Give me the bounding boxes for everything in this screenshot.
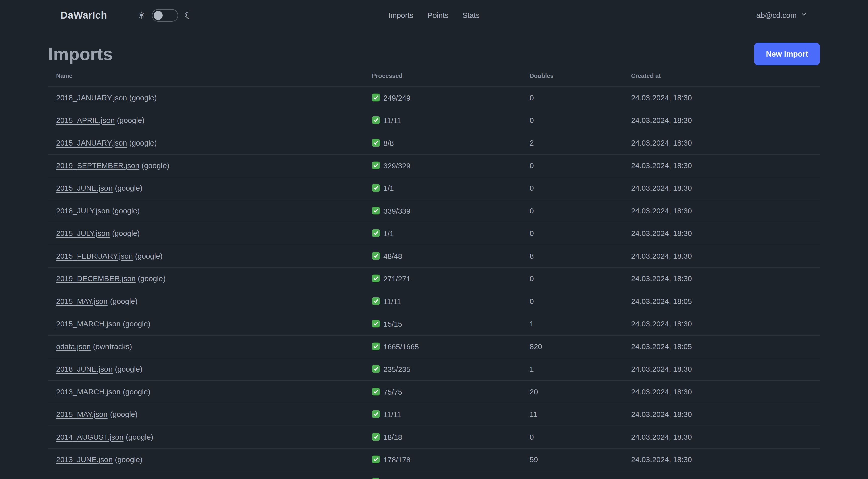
import-file-link[interactable]: 2018_JULY.json: [56, 207, 110, 215]
table-row: 2018_JANUARY.json(google) 249/249 0 24.0…: [48, 86, 820, 109]
created-at-cell: 24.03.2024, 18:30: [623, 426, 820, 448]
import-file-link[interactable]: 2015_APRIL.json: [56, 116, 115, 124]
table-row: 2018_JUNE.json(google) 235/235 1 24.03.2…: [48, 358, 820, 381]
created-at-cell: 24.03.2024, 18:30: [623, 312, 820, 335]
table-row: 2015_MAY.json(google) 11/11 0 24.03.2024…: [48, 290, 820, 312]
theme-switch-knob: [154, 11, 163, 20]
nav-link-points[interactable]: Points: [428, 11, 448, 20]
check-icon: [372, 342, 380, 350]
processed-count: 8/8: [383, 139, 394, 147]
import-file-link[interactable]: 2015_JULY.json: [56, 229, 110, 238]
import-file-link[interactable]: 2015_MAY.json: [56, 410, 108, 418]
processed-count: 249/249: [383, 94, 410, 102]
import-file-link[interactable]: 2015_JUNE.json: [56, 184, 113, 192]
processed-cell: 11/11: [364, 290, 522, 312]
main-nav: Imports Points Stats: [388, 11, 480, 20]
import-file-link[interactable]: 2014_AUGUST.json: [56, 433, 123, 441]
import-source: (google): [115, 184, 143, 192]
check-icon: [372, 365, 380, 373]
nav-link-imports[interactable]: Imports: [388, 11, 413, 20]
table-row: 2015_MARCH.json(google) 15/15 1 24.03.20…: [48, 312, 820, 335]
doubles-cell: 20: [522, 381, 623, 403]
doubles-cell: 2: [522, 132, 623, 154]
import-source: (google): [123, 388, 150, 396]
import-file-link[interactable]: 2015_MARCH.json: [56, 320, 121, 328]
doubles-cell: 0: [522, 109, 623, 132]
import-source: (owntracks): [93, 342, 132, 351]
import-file-link[interactable]: 2015_JANUARY.json: [56, 139, 127, 147]
import-source: (google): [112, 207, 140, 215]
doubles-cell: 0: [522, 290, 623, 312]
processed-count: 75/75: [383, 388, 402, 396]
check-icon: [372, 410, 380, 418]
column-header-processed: Processed: [364, 65, 522, 86]
page-title: Imports: [48, 45, 113, 63]
processed-count: 178/178: [383, 456, 410, 464]
check-icon: [372, 478, 380, 479]
processed-cell: 11/11: [364, 403, 522, 426]
processed-count: 11/11: [383, 410, 401, 419]
import-source: (google): [117, 116, 145, 124]
import-file-link[interactable]: 2013_JUNE.json: [56, 455, 113, 464]
processed-count: 235/235: [383, 365, 410, 373]
column-header-created-at: Created at: [623, 65, 820, 86]
table-row: 2014_AUGUST.json(google) 18/18 0 24.03.2…: [48, 426, 820, 448]
check-icon: [372, 274, 380, 282]
created-at-cell: 24.03.2024, 18:30: [623, 267, 820, 290]
doubles-cell: 8: [522, 245, 623, 267]
doubles-cell: 0: [522, 200, 623, 222]
doubles-cell: 820: [522, 335, 623, 358]
import-file-link[interactable]: 2019_DECEMBER.json: [56, 274, 135, 283]
doubles-cell: 0: [522, 154, 623, 177]
import-file-link[interactable]: 2015_MAY.json: [56, 297, 108, 305]
created-at-cell: 24.03.2024, 18:30: [623, 200, 820, 222]
check-icon: [372, 229, 380, 237]
imports-table-head: Name Processed Doubles Created at: [48, 65, 820, 86]
check-icon: [372, 252, 380, 260]
processed-cell: 75/75: [364, 381, 522, 403]
user-menu[interactable]: ab@cd.com: [756, 10, 808, 20]
created-at-cell: 24.03.2024, 18:30: [623, 154, 820, 177]
processed-cell: [364, 471, 522, 479]
created-at-cell: 24.03.2024, 18:30: [623, 222, 820, 245]
import-file-link[interactable]: 2019_SEPTEMBER.json: [56, 161, 140, 170]
theme-switch[interactable]: [152, 9, 178, 22]
created-at-cell: 24.03.2024, 18:30: [623, 381, 820, 403]
processed-count: 1665/1665: [383, 342, 419, 351]
nav-link-stats[interactable]: Stats: [463, 11, 480, 20]
processed-cell: 1665/1665: [364, 335, 522, 358]
navbar: DaWarIch ☀ ☾ Imports Points Stats ab@cd.…: [0, 0, 868, 30]
processed-cell: 249/249: [364, 86, 522, 109]
new-import-button[interactable]: New import: [754, 43, 820, 65]
import-file-link[interactable]: 2015_FEBRUARY.json: [56, 252, 133, 260]
table-row: 2015_JUNE.json(google) 1/1 0 24.03.2024,…: [48, 177, 820, 200]
name-cell: 2019_DECEMBER.json(google): [48, 267, 364, 290]
check-icon: [372, 433, 380, 441]
processed-cell: 8/8: [364, 132, 522, 154]
processed-cell: 11/11: [364, 109, 522, 132]
import-file-link[interactable]: odata.json: [56, 342, 91, 351]
import-file-link[interactable]: 2018_JANUARY.json: [56, 93, 127, 102]
created-at-cell: 24.03.2024, 18:05: [623, 290, 820, 312]
doubles-cell: 0: [522, 426, 623, 448]
name-cell: 2015_MARCH.json(google): [48, 312, 364, 335]
moon-icon: ☾: [184, 10, 193, 20]
import-source: (google): [126, 433, 153, 441]
name-cell: 2015_JUNE.json(google): [48, 177, 364, 200]
created-at-cell: 24.03.2024, 18:30: [623, 245, 820, 267]
processed-cell: 178/178: [364, 448, 522, 471]
import-file-link[interactable]: 2018_JUNE.json: [56, 365, 113, 373]
check-icon: [372, 184, 380, 192]
table-row: 2015_MAY.json(google) 11/11 11 24.03.202…: [48, 403, 820, 426]
imports-table: Name Processed Doubles Created at 2018_J…: [48, 65, 820, 479]
import-file-link[interactable]: 2013_MARCH.json: [56, 388, 121, 396]
import-source: (google): [110, 410, 137, 418]
created-at-cell: 24.03.2024, 18:30: [623, 109, 820, 132]
brand[interactable]: DaWarIch: [60, 9, 107, 21]
page-head: Imports New import: [48, 43, 820, 65]
name-cell: 2019_SEPTEMBER.json(google): [48, 154, 364, 177]
import-source: (google): [142, 161, 169, 170]
doubles-cell: 0: [522, 86, 623, 109]
processed-count: 11/11: [383, 297, 401, 306]
check-icon: [372, 207, 380, 215]
